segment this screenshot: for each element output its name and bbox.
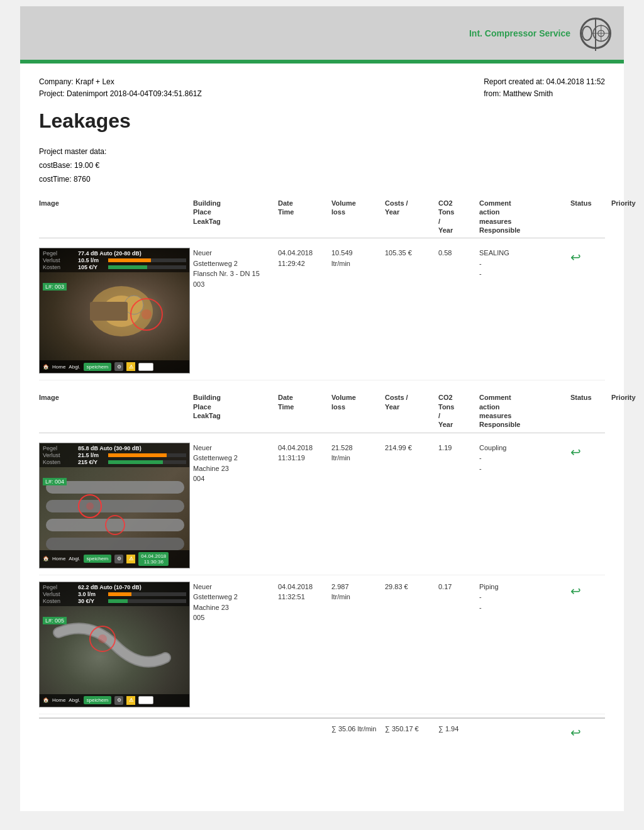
cost-time: costTime: 8760 (39, 173, 605, 187)
image-overlay-1: Pegel 77.4 dB Auto (20-80 dB) Verlust 10… (40, 248, 189, 272)
volume-cell-3: 2.987ltr/min (331, 582, 382, 602)
leak-image-2: Pegel 85.8 dB Auto (30-90 dB) Verlust 21… (39, 443, 190, 568)
total-status-icon: ↩ (570, 726, 581, 739)
meta-left: Company: Krapf + Lex Project: Datenimpor… (39, 76, 202, 100)
comment-cell-1: SEALING-- (479, 248, 567, 279)
image-bottom-bar-1: 🏠 Home Abgl. speichern ⚙ ⚠ 97% (40, 360, 189, 373)
costs-cell-3: 29.83 € (385, 582, 435, 592)
co2-cell-2: 1.19 (438, 443, 476, 453)
col-co2-1: CO2Tons/Year (438, 199, 476, 235)
totals-row: ∑ 35.06 ltr/min ∑ 350.17 € ∑ 1.94 ↩ (39, 717, 605, 746)
table-header-1: Image BuildingPlaceLeakTag DateTime Volu… (39, 199, 605, 238)
col-comment-1: CommentactionmeasuresResponsible (479, 199, 567, 235)
svg-point-15 (86, 502, 94, 510)
image-bottom-bar-3: 🏠 Home Abgl. speichern ⚙ ⚠ 96% (40, 694, 189, 707)
lf-badge-3: L#: 005 (43, 615, 67, 624)
main-content: Company: Krapf + Lex Project: Datenimpor… (20, 64, 624, 772)
volume-cell-1: 10.549ltr/min (331, 248, 382, 268)
status-icon-3: ↩ (570, 584, 581, 598)
home-btn-1[interactable]: Home (52, 364, 65, 370)
created-label: Report created at: (484, 77, 544, 86)
speichern-btn-3[interactable]: speichern (84, 696, 112, 704)
co2-cell-1: 0.58 (438, 248, 476, 258)
brand-name: Int. Compressor Service (469, 28, 570, 38)
company-line: Company: Krapf + Lex (39, 76, 202, 88)
svg-rect-13 (46, 538, 184, 550)
page-title: Leakages (39, 109, 605, 133)
status-icon-1: ↩ (570, 250, 581, 264)
percent-badge-3: 96% (138, 696, 153, 704)
svg-rect-11 (46, 500, 184, 512)
page: Int. Compressor Service Company: Krapf +… (20, 6, 624, 811)
header: Int. Compressor Service (20, 6, 624, 60)
image-bottom-bar-2: 🏠 Home Abgl. speichern ⚙ ⚠ 04.04.201811:… (40, 550, 189, 568)
company-name: Krapf + Lex (75, 77, 114, 86)
home-btn-2[interactable]: Home (52, 556, 65, 562)
building-cell-1: NeuerGstettenweg 2Flansch Nr. 3 - DN 150… (193, 248, 275, 289)
col-volume-2: Volumeloss (331, 393, 382, 429)
warning-icon-1: ⚠ (126, 362, 135, 371)
settings-icon-2[interactable]: ⚙ (114, 555, 123, 563)
lf-badge-2: L#: 004 (43, 476, 67, 485)
col-volume-1: Volumeloss (331, 199, 382, 235)
col-image-1: Image (39, 199, 190, 235)
date-cell-3: 04.04.201811:32:51 (278, 582, 328, 602)
project-name: Datenimport 2018-04-04T09:34:51.861Z (67, 89, 202, 98)
image-overlay-3: Pegel 62.2 dB Auto (10-70 dB) Verlust 3.… (40, 582, 189, 606)
abgl-btn-3[interactable]: Abgl. (69, 697, 80, 703)
col-priority-1: Priority (611, 199, 644, 235)
building-cell-2: NeuerGstettenweg 2Machine 23004 (193, 443, 275, 484)
col-co2-2: CO2Tons/Year (438, 393, 476, 429)
project-master-data: Project master data: costBase: 19.00 € c… (39, 145, 605, 186)
from-line: from: Matthew Smith (484, 88, 605, 100)
cost-base: costBase: 19.00 € (39, 159, 605, 173)
leak-image-1: Pegel 77.4 dB Auto (20-80 dB) Verlust 10… (39, 248, 190, 374)
image-overlay-2: Pegel 85.8 dB Auto (30-90 dB) Verlust 21… (40, 443, 189, 467)
leak-image-3: Pegel 62.2 dB Auto (10-70 dB) Verlust 3.… (39, 582, 190, 707)
co2-cell-3: 0.17 (438, 582, 476, 592)
volume-cell-2: 21.528ltr/min (331, 443, 382, 463)
settings-icon-1[interactable]: ⚙ (114, 362, 123, 371)
svg-point-18 (98, 634, 107, 643)
table-row: Pegel 85.8 dB Auto (30-90 dB) Verlust 21… (39, 436, 605, 575)
abgl-btn-1[interactable]: Abgl. (69, 364, 80, 370)
table-header-2: Image BuildingPlaceLeakTag DateTime Volu… (39, 393, 605, 433)
company-label: Company: (39, 77, 74, 86)
comment-cell-3: Piping-- (479, 582, 567, 613)
building-cell-3: NeuerGstettenweg 2Machine 23005 (193, 582, 275, 623)
status-cell-3: ↩ (570, 582, 608, 600)
project-label: Project: (39, 89, 65, 98)
col-costs-2: Costs /Year (385, 393, 435, 429)
speichern-btn-1[interactable]: speichern (84, 363, 112, 371)
col-status-1: Status (570, 199, 608, 235)
total-status: ↩ (570, 725, 608, 740)
costs-cell-1: 105.35 € (385, 248, 435, 258)
col-costs-1: Costs /Year (385, 199, 435, 235)
settings-icon-3[interactable]: ⚙ (114, 696, 123, 705)
meta-right: Report created at: 04.04.2018 11:52 from… (484, 76, 605, 100)
warning-icon-3: ⚠ (126, 696, 135, 705)
total-costs: ∑ 350.17 € (385, 725, 435, 740)
col-date-1: DateTime (278, 199, 328, 235)
col-priority-2: Priority (611, 393, 644, 429)
date-badge-2: 04.04.201811:30:36 (138, 552, 169, 566)
svg-rect-12 (46, 519, 184, 531)
speichern-btn-2[interactable]: speichern (84, 555, 112, 563)
leakage-table-section-2: Image BuildingPlaceLeakTag DateTime Volu… (39, 393, 605, 746)
date-cell-2: 04.04.201811:31:19 (278, 443, 328, 463)
col-building-1: BuildingPlaceLeakTag (193, 199, 275, 235)
col-image-2: Image (39, 393, 190, 429)
created-date: 04.04.2018 11:52 (547, 77, 605, 86)
abgl-btn-2[interactable]: Abgl. (69, 556, 80, 562)
col-date-2: DateTime (278, 393, 328, 429)
leakage-table-section-1: Image BuildingPlaceLeakTag DateTime Volu… (39, 199, 605, 380)
date-cell-1: 04.04.201811:29:42 (278, 248, 328, 268)
meta-info: Company: Krapf + Lex Project: Datenimpor… (39, 76, 605, 100)
svg-rect-7 (90, 302, 128, 321)
created-line: Report created at: 04.04.2018 11:52 (484, 76, 605, 88)
percent-badge-1: 97% (138, 363, 153, 371)
warning-icon-2: ⚠ (126, 555, 135, 563)
home-btn-3[interactable]: Home (52, 697, 65, 703)
table-row: Pegel 77.4 dB Auto (20-80 dB) Verlust 10… (39, 241, 605, 380)
lf-badge-1: L#: 003 (43, 281, 67, 290)
